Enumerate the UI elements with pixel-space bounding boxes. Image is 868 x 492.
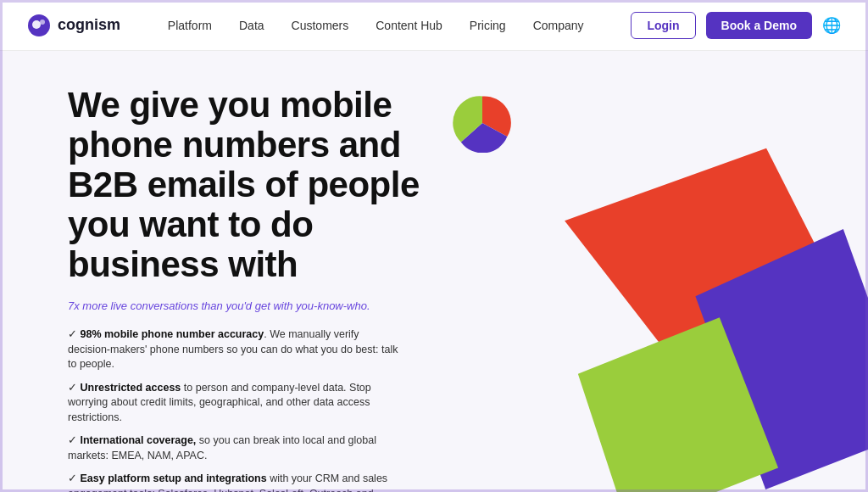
nav-actions: Login Book a Demo 🌐 (631, 12, 841, 39)
nav-item-data[interactable]: Data (239, 18, 264, 33)
svg-point-2 (40, 20, 45, 25)
navbar: cognism Platform Data Customers Content … (0, 0, 868, 51)
globe-icon[interactable]: 🌐 (822, 16, 841, 35)
nav-links: Platform Data Customers Content Hub Pric… (168, 18, 584, 33)
logo-icon (27, 14, 51, 37)
book-demo-button-nav[interactable]: Book a Demo (706, 12, 812, 39)
hero-content: We give you mobile phone numbers and B2B… (68, 85, 441, 492)
logo: cognism (27, 14, 120, 37)
login-button[interactable]: Login (631, 12, 695, 39)
hero-section: We give you mobile phone numbers and B2B… (0, 51, 868, 492)
nav-item-company[interactable]: Company (533, 18, 584, 33)
nav-item-customers[interactable]: Customers (292, 18, 349, 33)
small-pie-chart (453, 93, 512, 153)
hero-features-list: ✓ 98% mobile phone number accuracy. We m… (68, 327, 441, 492)
feature-item-accuracy: ✓ 98% mobile phone number accuracy. We m… (68, 327, 398, 372)
page-wrapper: cognism Platform Data Customers Content … (0, 0, 868, 492)
hero-subtitle: 7x more live conversations than you'd ge… (68, 299, 441, 312)
feature-item-access: ✓ Unrestricted access to person and comp… (68, 381, 398, 426)
nav-item-content-hub[interactable]: Content Hub (376, 18, 442, 33)
svg-point-1 (32, 20, 41, 29)
feature-item-coverage: ✓ International coverage, so you can bre… (68, 433, 398, 463)
nav-item-pricing[interactable]: Pricing (470, 18, 506, 33)
feature-item-integrations: ✓ Easy platform setup and integrations w… (68, 472, 398, 492)
logo-text: cognism (58, 16, 120, 34)
hero-title: We give you mobile phone numbers and B2B… (68, 85, 441, 284)
big-chart (529, 161, 868, 492)
nav-item-platform[interactable]: Platform (168, 18, 212, 33)
